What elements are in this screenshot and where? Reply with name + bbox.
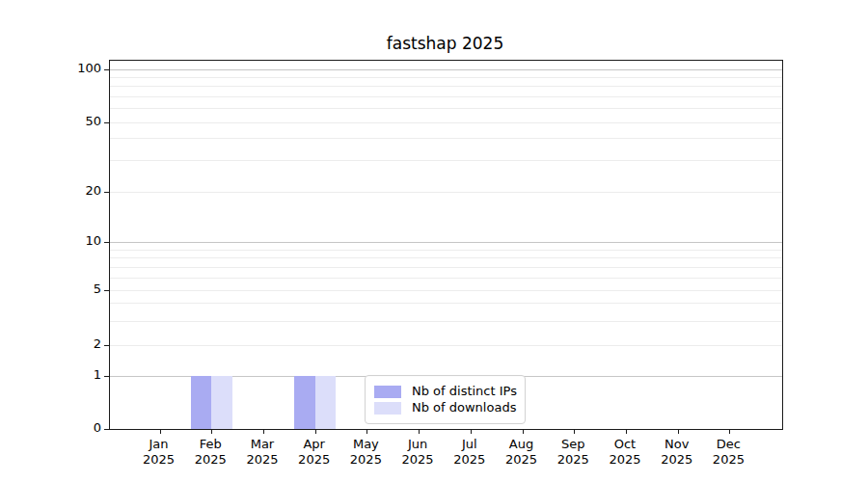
x-tick-label: Dec 2025: [697, 437, 759, 468]
x-tick-mark: [471, 430, 472, 434]
y-gridline-major: [110, 69, 782, 70]
y-gridline-minor: [110, 290, 782, 291]
y-gridline-minor: [110, 278, 782, 279]
y-gridline-minor: [110, 138, 782, 139]
y-tick-mark: [104, 122, 109, 123]
y-tick-mark: [104, 69, 109, 70]
y-tick-mark: [104, 242, 109, 243]
y-gridline-minor: [110, 321, 782, 322]
legend-swatch-icon: [374, 386, 401, 398]
y-tick-label: 50: [43, 113, 101, 130]
y-gridline-minor: [110, 160, 782, 161]
y-gridline-minor: [110, 96, 782, 97]
x-tick-mark: [366, 430, 367, 434]
y-gridline-minor: [110, 267, 782, 268]
bar-downloads: [211, 376, 232, 429]
y-gridline-minor: [110, 345, 782, 346]
legend-entry: Nb of downloads: [374, 400, 517, 415]
legend-entry: Nb of distinct IPs: [374, 384, 517, 399]
legend-entry-label: Nb of downloads: [412, 400, 516, 415]
y-gridline-minor: [110, 250, 782, 251]
y-gridline-minor: [110, 257, 782, 258]
y-tick-mark: [104, 192, 109, 193]
y-tick-label: 100: [43, 60, 101, 77]
legend-swatch-icon: [374, 402, 401, 415]
y-gridline-minor: [110, 77, 782, 78]
y-tick-label: 0: [43, 419, 101, 437]
y-tick-mark: [104, 290, 109, 291]
y-gridline-minor: [110, 122, 782, 123]
y-gridline-minor: [110, 86, 782, 87]
chart-figure: fastshap 2025 0125102050100 Jan 2025Feb …: [0, 0, 868, 482]
y-gridline-minor: [110, 192, 782, 193]
y-gridline-minor: [110, 303, 782, 304]
legend-entry-label: Nb of distinct IPs: [412, 384, 517, 399]
chart-title: fastshap 2025: [109, 34, 781, 53]
legend: Nb of distinct IPsNb of downloads: [365, 375, 526, 424]
y-tick-mark: [104, 345, 109, 346]
x-tick-mark: [211, 430, 212, 434]
x-tick-mark: [263, 430, 264, 434]
x-tick-mark: [574, 430, 575, 434]
y-tick-label: 1: [43, 366, 101, 384]
y-tick-mark: [104, 429, 109, 430]
bar-distinct-ips: [294, 376, 315, 429]
x-tick-mark: [315, 430, 316, 434]
y-tick-mark: [104, 376, 109, 377]
bar-distinct-ips: [191, 376, 212, 429]
y-gridline-major: [110, 242, 782, 243]
x-tick-mark: [678, 430, 679, 434]
x-tick-mark: [419, 430, 420, 434]
x-tick-mark: [626, 430, 627, 434]
y-tick-label: 10: [43, 232, 101, 250]
y-tick-label: 20: [43, 182, 101, 200]
x-tick-mark: [729, 430, 730, 434]
x-tick-mark: [160, 430, 161, 434]
bar-downloads: [315, 376, 337, 429]
y-gridline-minor: [110, 108, 782, 109]
x-tick-mark: [523, 430, 524, 434]
y-tick-label: 5: [43, 281, 101, 298]
y-tick-label: 2: [43, 335, 101, 353]
